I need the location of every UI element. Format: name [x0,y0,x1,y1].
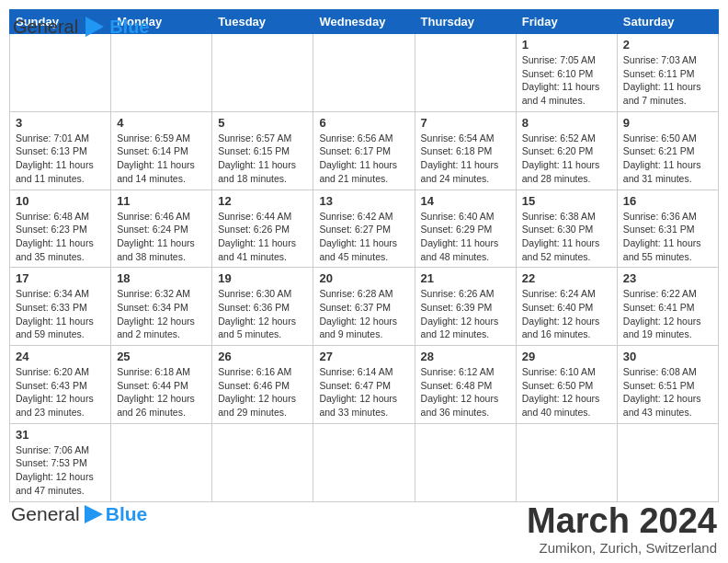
calendar-cell: 19Sunrise: 6:30 AM Sunset: 6:36 PM Dayli… [212,268,313,346]
day-number: 20 [319,271,408,285]
day-number: 13 [319,194,408,208]
calendar-cell: 5Sunrise: 6:57 AM Sunset: 6:15 PM Daylig… [212,111,313,190]
calendar-cell [212,423,313,501]
calendar-cell [212,34,313,112]
calendar-cell: 13Sunrise: 6:42 AM Sunset: 6:27 PM Dayli… [313,190,415,268]
calendar-cell: 29Sunrise: 6:10 AM Sunset: 6:50 PM Dayli… [516,346,617,424]
blue-triangle-icon [81,502,105,526]
calendar-cell: 27Sunrise: 6:14 AM Sunset: 6:47 PM Dayli… [313,346,415,424]
logo-text-container: General [13,13,106,40]
calendar-week-row-2: 10Sunrise: 6:48 AM Sunset: 6:23 PM Dayli… [10,190,719,268]
calendar-week-row-0: 1Sunrise: 7:05 AM Sunset: 6:10 PM Daylig… [10,34,719,112]
calendar-cell: 18Sunrise: 6:32 AM Sunset: 6:34 PM Dayli… [111,268,212,346]
day-info: Sunrise: 6:28 AM Sunset: 6:37 PM Dayligh… [319,287,408,341]
weekday-header-thursday: Thursday [415,10,516,34]
day-number: 23 [623,271,712,285]
logo-blue-icon [78,13,106,40]
calendar-cell [617,423,718,501]
day-info: Sunrise: 6:57 AM Sunset: 6:15 PM Dayligh… [218,132,307,186]
calendar-title-block: March 2024 Zumikon, Zurich, Switzerland [527,502,717,557]
general-label: General [11,503,80,525]
logo-container: General Blue [13,13,150,40]
day-info: Sunrise: 6:54 AM Sunset: 6:18 PM Dayligh… [421,132,510,186]
day-number: 28 [421,350,510,363]
calendar-table: SundayMondayTuesdayWednesdayThursdayFrid… [9,9,719,502]
day-info: Sunrise: 6:20 AM Sunset: 6:43 PM Dayligh… [16,365,105,419]
weekday-header-tuesday: Tuesday [212,10,313,34]
day-info: Sunrise: 6:08 AM Sunset: 6:51 PM Dayligh… [623,365,712,419]
calendar-cell [111,34,212,112]
calendar-cell: 9Sunrise: 6:50 AM Sunset: 6:21 PM Daylig… [617,111,718,190]
day-number: 11 [117,194,206,208]
calendar-cell: 4Sunrise: 6:59 AM Sunset: 6:14 PM Daylig… [111,111,212,190]
day-number: 18 [117,271,206,285]
day-info: Sunrise: 6:59 AM Sunset: 6:14 PM Dayligh… [117,132,206,186]
logo-full: General Blue [11,502,147,526]
calendar-cell: 7Sunrise: 6:54 AM Sunset: 6:18 PM Daylig… [415,111,516,190]
day-number: 10 [16,194,105,208]
day-number: 15 [522,194,611,208]
calendar-week-row-1: 3Sunrise: 7:01 AM Sunset: 6:13 PM Daylig… [10,111,719,190]
day-info: Sunrise: 7:05 AM Sunset: 6:10 PM Dayligh… [522,53,611,108]
day-info: Sunrise: 6:44 AM Sunset: 6:26 PM Dayligh… [218,210,307,264]
day-info: Sunrise: 6:30 AM Sunset: 6:36 PM Dayligh… [218,287,307,341]
day-number: 27 [319,350,408,363]
day-info: Sunrise: 6:46 AM Sunset: 6:24 PM Dayligh… [117,210,206,264]
calendar-cell: 31Sunrise: 7:06 AM Sunset: 7:53 PM Dayli… [10,423,111,501]
calendar-cell: 16Sunrise: 6:36 AM Sunset: 6:31 PM Dayli… [617,190,718,268]
logo-blue-text: Blue [109,17,149,38]
calendar-cell [415,423,516,501]
calendar-cell: 21Sunrise: 6:26 AM Sunset: 6:39 PM Dayli… [415,268,516,346]
calendar-week-row-4: 24Sunrise: 6:20 AM Sunset: 6:43 PM Dayli… [10,346,719,424]
day-number: 1 [522,38,611,52]
calendar-cell: 11Sunrise: 6:46 AM Sunset: 6:24 PM Dayli… [111,190,212,268]
day-number: 22 [522,271,611,285]
weekday-header-wednesday: Wednesday [313,10,415,34]
svg-marker-3 [85,505,103,523]
day-number: 19 [218,271,307,285]
day-info: Sunrise: 7:01 AM Sunset: 6:13 PM Dayligh… [16,132,105,186]
calendar-cell: 2Sunrise: 7:03 AM Sunset: 6:11 PM Daylig… [617,34,718,112]
month-year-title: March 2024 [527,502,717,541]
day-number: 24 [16,350,105,363]
calendar-cell: 15Sunrise: 6:38 AM Sunset: 6:30 PM Dayli… [516,190,617,268]
location-subtitle: Zumikon, Zurich, Switzerland [527,540,717,556]
calendar-cell: 1Sunrise: 7:05 AM Sunset: 6:10 PM Daylig… [516,34,617,112]
calendar-cell [415,34,516,112]
calendar-cell: 30Sunrise: 6:08 AM Sunset: 6:51 PM Dayli… [617,346,718,424]
day-number: 21 [421,271,510,285]
day-info: Sunrise: 6:40 AM Sunset: 6:29 PM Dayligh… [421,210,510,264]
calendar-cell: 22Sunrise: 6:24 AM Sunset: 6:40 PM Dayli… [516,268,617,346]
calendar-cell: 3Sunrise: 7:01 AM Sunset: 6:13 PM Daylig… [10,111,111,190]
day-number: 14 [421,194,510,208]
day-number: 29 [522,350,611,363]
day-info: Sunrise: 6:10 AM Sunset: 6:50 PM Dayligh… [522,365,611,419]
calendar-cell: 20Sunrise: 6:28 AM Sunset: 6:37 PM Dayli… [313,268,415,346]
day-number: 9 [623,116,712,130]
calendar-cell [313,34,415,112]
day-number: 8 [522,116,611,130]
day-number: 4 [117,116,206,130]
calendar-cell: 14Sunrise: 6:40 AM Sunset: 6:29 PM Dayli… [415,190,516,268]
day-info: Sunrise: 6:42 AM Sunset: 6:27 PM Dayligh… [319,210,408,264]
day-number: 16 [623,194,712,208]
calendar-cell [516,423,617,501]
day-number: 30 [623,350,712,363]
day-info: Sunrise: 7:06 AM Sunset: 7:53 PM Dayligh… [16,443,105,498]
svg-marker-2 [85,17,104,37]
day-info: Sunrise: 7:03 AM Sunset: 6:11 PM Dayligh… [623,53,712,108]
calendar-cell [313,423,415,501]
day-number: 5 [218,116,307,130]
day-info: Sunrise: 6:38 AM Sunset: 6:30 PM Dayligh… [522,210,611,264]
calendar-cell: 12Sunrise: 6:44 AM Sunset: 6:26 PM Dayli… [212,190,313,268]
calendar-week-row-5: 31Sunrise: 7:06 AM Sunset: 7:53 PM Dayli… [10,423,719,501]
blue-label: Blue [106,503,148,525]
day-number: 12 [218,194,307,208]
calendar-cell: 24Sunrise: 6:20 AM Sunset: 6:43 PM Dayli… [10,346,111,424]
weekday-header-friday: Friday [516,10,617,34]
calendar-week-row-3: 17Sunrise: 6:34 AM Sunset: 6:33 PM Dayli… [10,268,719,346]
calendar-cell: 26Sunrise: 6:16 AM Sunset: 6:46 PM Dayli… [212,346,313,424]
day-number: 17 [16,271,105,285]
calendar-cell: 28Sunrise: 6:12 AM Sunset: 6:48 PM Dayli… [415,346,516,424]
main-header: General Blue March 2024 Zumikon, Zurich,… [9,502,719,557]
